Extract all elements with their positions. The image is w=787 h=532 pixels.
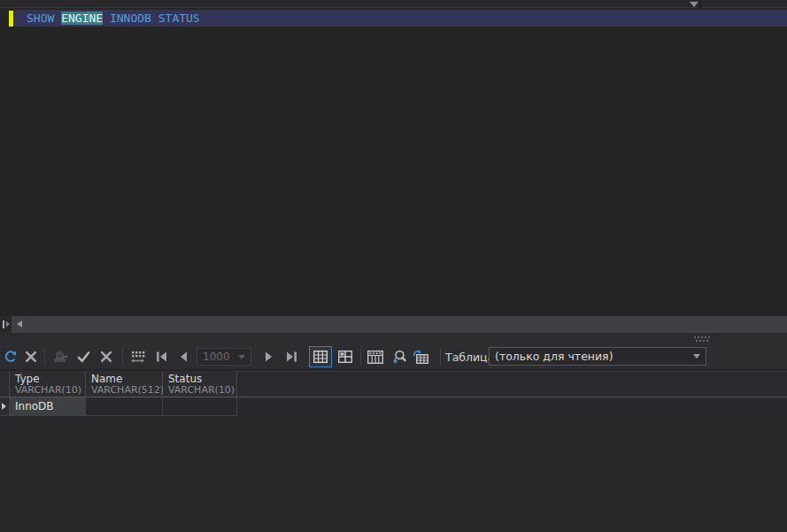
- column-datatype: VARCHAR(512): [91, 385, 162, 396]
- toolbar-separator: [360, 348, 361, 366]
- card-view-button[interactable]: [334, 343, 357, 370]
- row-arrow-icon: [2, 403, 6, 410]
- column-view-button[interactable]: [365, 343, 386, 370]
- grid-cell-status[interactable]: [163, 397, 237, 416]
- scroll-left-arrow-icon[interactable]: [17, 320, 22, 328]
- change-tracking-bar: [9, 11, 13, 27]
- stop-button[interactable]: [22, 343, 40, 370]
- table-label: Таблица: [445, 343, 494, 370]
- column-header-name[interactable]: Name VARCHAR(512): [86, 371, 163, 397]
- sql-client-window: SHOW ENGINE INNODB STATUS: [0, 0, 787, 532]
- export-grid-icon: [413, 350, 428, 364]
- column-header-status[interactable]: Status VARCHAR(10): [163, 371, 237, 397]
- sql-text: SHOW: [27, 12, 61, 25]
- dropdown-arrow-icon: [238, 355, 245, 359]
- grid-view-icon: [313, 351, 328, 363]
- pane-divider-strip: [0, 333, 787, 343]
- results-toolbar: 1000: [0, 343, 787, 370]
- table-mode-combobox[interactable]: (только для чтения): [489, 347, 706, 366]
- table-mode-value: (только для чтения): [490, 350, 693, 363]
- sql-editor[interactable]: SHOW ENGINE INNODB STATUS: [0, 9, 787, 316]
- sql-text: INNODB STATUS: [103, 12, 200, 25]
- column-datatype: VARCHAR(10): [168, 385, 236, 396]
- top-toolbar-strip: [0, 0, 787, 8]
- cancel-icon: [100, 351, 112, 363]
- drag-grip-icon[interactable]: [694, 336, 696, 338]
- page-size-combobox[interactable]: 1000: [197, 348, 251, 366]
- dropdown-arrow-icon[interactable]: [690, 2, 698, 7]
- next-page-icon: [265, 351, 274, 362]
- apply-icon: [77, 351, 90, 363]
- apply-changes-button[interactable]: [73, 343, 93, 370]
- toolbar-separator: [122, 348, 123, 366]
- first-page-button[interactable]: [151, 343, 171, 370]
- first-page-icon: [156, 351, 167, 362]
- cancel-changes-button[interactable]: [96, 343, 116, 370]
- column-view-icon: [367, 351, 383, 364]
- grid-cell-type[interactable]: InnoDB: [10, 397, 86, 416]
- column-name: Status: [168, 373, 236, 385]
- splitter-icon: [6, 321, 10, 327]
- refresh-icon: [4, 350, 18, 364]
- grid-view-button[interactable]: [309, 346, 332, 367]
- card-view-icon: [338, 351, 352, 363]
- page-size-value: 1000: [197, 351, 238, 363]
- commit-icon: [52, 350, 68, 364]
- editor-horizontal-scrollbar[interactable]: [0, 316, 787, 333]
- editor-splitter-handle[interactable]: [0, 316, 12, 333]
- last-page-button[interactable]: [282, 343, 301, 370]
- column-name: Type: [15, 373, 85, 385]
- toolbar-separator: [44, 348, 45, 366]
- fetch-all-rows-button[interactable]: [127, 343, 147, 370]
- grid-cell-name[interactable]: [86, 397, 163, 416]
- commit-button[interactable]: [50, 343, 71, 370]
- prev-page-button[interactable]: [174, 343, 192, 370]
- toolbar-separator: [440, 348, 441, 366]
- sql-selected-text: NE: [89, 12, 103, 25]
- cell-value: InnoDB: [15, 400, 54, 412]
- row-indicator-header: [0, 371, 10, 397]
- dropdown-arrow-icon: [693, 354, 700, 359]
- toolbar-divider: [698, 0, 702, 8]
- refresh-button[interactable]: [2, 343, 19, 370]
- splitter-icon: [3, 320, 4, 328]
- last-page-icon: [286, 351, 297, 362]
- fetch-rows-icon: [130, 351, 145, 364]
- next-page-button[interactable]: [260, 343, 278, 370]
- auto-refresh-grid-button[interactable]: [410, 343, 431, 370]
- search-icon: [390, 350, 406, 365]
- stop-icon: [25, 351, 37, 363]
- column-name: Name: [91, 373, 162, 385]
- prev-page-icon: [179, 351, 188, 362]
- current-row-indicator: [0, 397, 10, 416]
- search-button[interactable]: [388, 343, 409, 370]
- column-header-type[interactable]: Type VARCHAR(10): [10, 371, 86, 397]
- column-datatype: VARCHAR(10): [15, 385, 85, 396]
- sql-statement-line[interactable]: SHOW ENGINE INNODB STATUS: [27, 12, 200, 26]
- sql-selected-text: ENGI: [61, 12, 89, 25]
